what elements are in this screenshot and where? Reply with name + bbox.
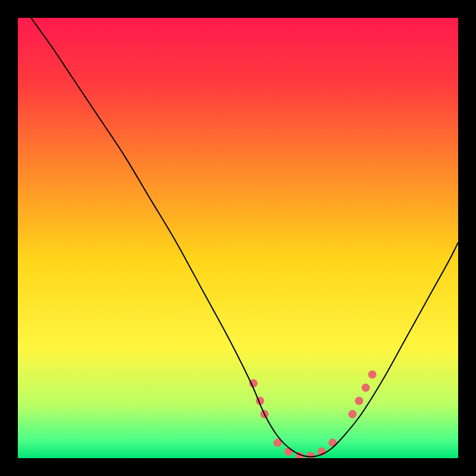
- frame-right: [458, 0, 476, 476]
- frame-bottom: [0, 458, 476, 476]
- data-marker: [284, 447, 293, 456]
- data-marker: [362, 384, 370, 392]
- chart-canvas: [0, 0, 476, 476]
- data-marker: [355, 397, 364, 405]
- data-marker: [368, 370, 377, 378]
- frame-top: [0, 0, 476, 18]
- data-marker: [328, 439, 337, 447]
- data-marker: [348, 410, 356, 418]
- data-marker: [249, 379, 258, 387]
- plot-background: [18, 18, 458, 458]
- frame-left: [0, 0, 18, 476]
